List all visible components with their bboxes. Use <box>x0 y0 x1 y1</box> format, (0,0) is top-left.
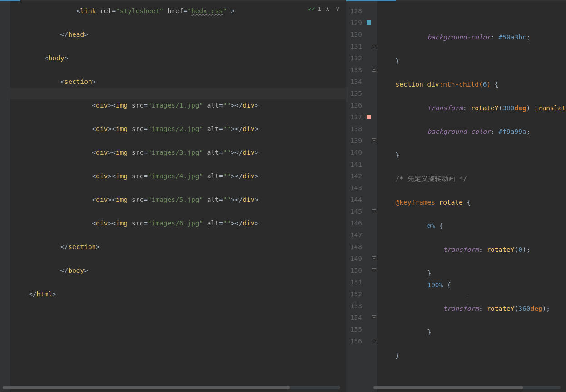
code-line[interactable] <box>377 255 566 267</box>
code-area-left[interactable]: <link rel="stylesheet" href="hedx.css" >… <box>10 1 346 392</box>
line-number: 134 <box>346 76 362 88</box>
line-number: 153 <box>346 300 362 312</box>
line-number: 144 <box>346 194 362 206</box>
code-line[interactable] <box>10 111 346 123</box>
code-line[interactable]: background-color: #f9a99a; <box>377 126 566 137</box>
line-number: 154 <box>346 312 362 323</box>
code-line[interactable]: <link rel="stylesheet" href="hedx.css" > <box>10 5 346 17</box>
code-line[interactable] <box>377 291 566 303</box>
editor-right[interactable]: 1281291301311321331341351361371381391401… <box>346 1 566 392</box>
line-number: 141 <box>346 158 362 170</box>
code-line[interactable] <box>10 158 346 170</box>
text-caret <box>468 295 468 304</box>
code-line[interactable]: /* 先定义旋转动画 */ <box>377 173 566 185</box>
code-line[interactable] <box>10 64 346 76</box>
code-line[interactable]: <div><img src="images/4.jpg" alt=""></di… <box>10 170 346 182</box>
color-swatch-gutter <box>366 1 371 392</box>
code-line[interactable] <box>377 114 566 126</box>
code-line[interactable]: </body> <box>10 265 346 276</box>
code-line[interactable] <box>10 17 346 29</box>
line-number: 156 <box>346 335 362 347</box>
code-line[interactable] <box>377 338 566 350</box>
line-number-gutter: 1281291301311321331341351361371381391401… <box>346 1 366 392</box>
fold-marker-icon[interactable]: − <box>372 268 376 272</box>
line-number: 142 <box>346 170 362 182</box>
code-line[interactable] <box>377 137 566 149</box>
fold-gutter: −−−−−−−− <box>371 1 377 392</box>
fold-marker-icon[interactable]: − <box>372 138 376 142</box>
code-line[interactable]: } <box>377 55 566 67</box>
ide-split-editor: ✓✓ 1 ∧ ∨ <link rel="stylesheet" href="he… <box>0 0 566 392</box>
fold-marker-icon[interactable]: − <box>372 339 376 343</box>
code-line[interactable] <box>10 253 346 265</box>
line-number: 155 <box>346 323 362 335</box>
code-line[interactable] <box>377 161 566 173</box>
editor-pane-left: ✓✓ 1 ∧ ∨ <link rel="stylesheet" href="he… <box>0 0 346 392</box>
line-number: 132 <box>346 52 362 64</box>
code-line[interactable] <box>10 229 346 241</box>
line-number: 148 <box>346 241 362 253</box>
code-line[interactable]: @keyframes rotate { <box>377 196 566 208</box>
code-line[interactable] <box>10 40 346 52</box>
fold-marker-icon[interactable]: − <box>372 44 376 48</box>
code-line[interactable]: } <box>377 350 566 362</box>
code-line[interactable]: <div><img src="images/5.jpg" alt=""></di… <box>10 194 346 206</box>
code-line[interactable] <box>377 208 566 220</box>
code-line[interactable] <box>10 206 346 217</box>
code-line[interactable]: <div><img src="images/6.jpg" alt=""></di… <box>10 217 346 229</box>
editor-left[interactable]: <link rel="stylesheet" href="hedx.css" >… <box>0 1 346 392</box>
code-line[interactable]: <div><img src="images/3.jpg" alt=""></di… <box>10 147 346 158</box>
line-number: 131 <box>346 40 362 52</box>
scrollbar-horizontal-right[interactable] <box>373 386 561 389</box>
editor-pane-right: 1281291301311321331341351361371381391401… <box>346 0 566 392</box>
line-number: 149 <box>346 253 362 265</box>
code-line[interactable]: } <box>377 149 566 161</box>
color-swatch[interactable] <box>367 115 371 119</box>
code-line[interactable]: } <box>377 267 566 279</box>
color-swatch[interactable] <box>367 20 371 24</box>
code-area-right[interactable]: background-color: #50a3bc; } section div… <box>377 1 566 392</box>
code-line[interactable]: </head> <box>10 29 346 40</box>
scrollbar-horizontal-left[interactable] <box>3 386 340 389</box>
code-line[interactable] <box>377 185 566 196</box>
code-line[interactable]: transform: rotateY(300deg) translat <box>377 102 566 114</box>
code-line[interactable] <box>10 88 346 99</box>
line-number: 130 <box>346 29 362 40</box>
code-line[interactable] <box>377 43 566 55</box>
code-line[interactable]: <body> <box>10 52 346 64</box>
line-number: 145 <box>346 206 362 217</box>
code-line[interactable] <box>377 67 566 78</box>
code-line[interactable]: section div:nth-child(6) { <box>377 78 566 90</box>
code-line[interactable]: background-color: #50a3bc; <box>377 31 566 43</box>
fold-marker-icon[interactable]: − <box>372 256 376 260</box>
code-line[interactable]: </html> <box>10 288 346 300</box>
line-number: 152 <box>346 288 362 300</box>
line-number: 135 <box>346 88 362 99</box>
code-line[interactable]: transform: rotateY(360deg); <box>377 303 566 314</box>
code-line[interactable] <box>377 20 566 31</box>
code-line[interactable]: } <box>377 326 566 338</box>
line-number: 133 <box>346 64 362 76</box>
code-line[interactable]: <div><img src="images/1.jpg" alt=""></di… <box>10 99 346 111</box>
line-number: 138 <box>346 123 362 135</box>
code-line[interactable] <box>377 90 566 102</box>
fold-marker-icon[interactable]: − <box>372 68 376 72</box>
line-number: 147 <box>346 229 362 241</box>
code-line[interactable]: 100% { <box>377 279 566 291</box>
code-line[interactable]: <div><img src="images/2.jpg" alt=""></di… <box>10 123 346 135</box>
code-line[interactable] <box>10 276 346 288</box>
code-line[interactable] <box>377 314 566 326</box>
line-number: 137 <box>346 111 362 123</box>
code-line[interactable]: transform: rotateY(0); <box>377 244 566 255</box>
code-line[interactable] <box>10 135 346 147</box>
fold-marker-icon[interactable]: − <box>372 209 376 213</box>
line-number: 146 <box>346 217 362 229</box>
fold-marker-icon[interactable]: − <box>372 315 376 319</box>
line-number: 128 <box>346 5 362 17</box>
line-number: 143 <box>346 182 362 194</box>
code-line[interactable] <box>10 182 346 194</box>
code-line[interactable]: </section> <box>10 241 346 253</box>
code-line[interactable]: 0% { <box>377 220 566 232</box>
code-line[interactable] <box>377 232 566 244</box>
code-line[interactable]: <section> <box>10 76 346 88</box>
